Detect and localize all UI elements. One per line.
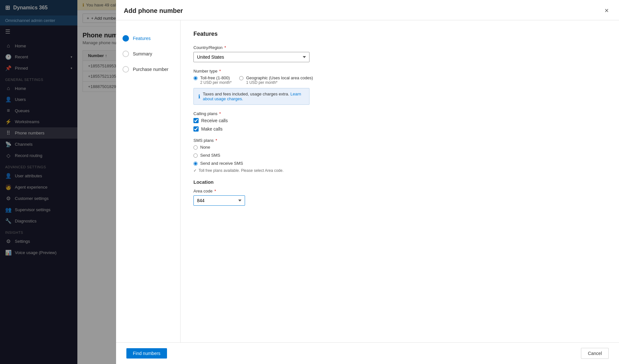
info-text: Taxes and fees included, usage charges e… (203, 92, 305, 101)
radio-toll-free[interactable]: Toll-free (1-800) 2 USD per month* (193, 75, 231, 85)
checkbox-receive-calls-input[interactable] (193, 118, 199, 123)
radio-send-receive-sms[interactable]: Send and receive SMS (193, 161, 606, 166)
add-phone-panel: Add phone number × Features Summary Purc… (116, 0, 619, 364)
radio-toll-free-label: Toll-free (1-800) 2 USD per month* (200, 75, 231, 85)
panel-title: Add phone number (124, 7, 183, 15)
country-region-field: Country/Region * United States Canada Un… (193, 45, 606, 62)
radio-none-input[interactable] (193, 145, 198, 150)
location-label: Location (193, 179, 606, 185)
radio-send-sms-input[interactable] (193, 153, 198, 158)
step-label-purchase: Purchase number (133, 67, 169, 72)
calling-plans-field: Calling plans * Receive calls Make calls (193, 111, 606, 132)
form-section-title: Features (193, 31, 606, 37)
radio-geographic[interactable]: Geographic (Uses local area codes) 1 USD… (239, 75, 313, 85)
step-label-features: Features (133, 36, 151, 41)
steps-column: Features Summary Purchase number (116, 20, 181, 342)
sms-plans-field: SMS plans * None Send SMS Send and recei… (193, 138, 606, 173)
number-type-label: Number type * (193, 69, 606, 74)
country-region-select[interactable]: United States Canada United Kingdom (193, 52, 310, 62)
number-type-radio-group: Toll-free (1-800) 2 USD per month* Geogr… (193, 75, 606, 85)
area-code-select[interactable]: 844 833 855 866 877 888 (193, 195, 245, 206)
checkbox-receive-calls[interactable]: Receive calls (193, 118, 606, 123)
panel-body: Features Summary Purchase number Feature… (116, 20, 619, 342)
step-circle-purchase (123, 66, 129, 73)
cancel-button[interactable]: Cancel (581, 348, 609, 359)
calling-plans-checkboxes: Receive calls Make calls (193, 118, 606, 132)
close-button[interactable]: × (602, 6, 611, 15)
step-label-summary: Summary (133, 51, 152, 56)
number-type-field: Number type * Toll-free (1-800) 2 USD pe… (193, 69, 606, 105)
radio-toll-free-input[interactable] (193, 76, 198, 80)
radio-geographic-label: Geographic (Uses local area codes) 1 USD… (246, 75, 313, 85)
none-label: None (200, 145, 210, 150)
send-receive-sms-label: Send and receive SMS (200, 161, 243, 166)
checkbox-make-calls-input[interactable] (193, 126, 199, 132)
usage-charges-link[interactable]: Learn about usage charges. (203, 92, 301, 101)
find-numbers-button[interactable]: Find numbers (126, 348, 167, 359)
location-field: Location Area code * 844 833 855 866 877… (193, 179, 606, 206)
radio-geographic-input[interactable] (239, 76, 243, 80)
step-summary[interactable]: Summary (116, 46, 180, 62)
sms-plans-label: SMS plans * (193, 138, 606, 143)
calling-plans-label: Calling plans * (193, 111, 606, 116)
area-code-label: Area code * (193, 189, 606, 193)
panel-header: Add phone number × (116, 0, 619, 20)
step-purchase-number[interactable]: Purchase number (116, 62, 180, 77)
radio-send-sms[interactable]: Send SMS (193, 153, 606, 158)
radio-none[interactable]: None (193, 145, 606, 150)
panel-footer: Find numbers Cancel (116, 342, 619, 364)
receive-calls-label: Receive calls (201, 118, 228, 123)
step-features[interactable]: Features (116, 31, 180, 46)
checkmark-icon: ✓ (193, 168, 197, 173)
toll-free-note-text: Toll free plans available. Please select… (199, 168, 284, 173)
radio-send-receive-sms-input[interactable] (193, 162, 198, 166)
info-icon: ℹ (198, 93, 200, 100)
send-sms-label: Send SMS (200, 153, 220, 158)
info-box: ℹ Taxes and fees included, usage charges… (193, 88, 310, 105)
checkbox-make-calls[interactable]: Make calls (193, 126, 606, 132)
step-circle-features (123, 35, 129, 42)
toll-free-note: ✓ Toll free plans available. Please sele… (193, 168, 606, 173)
step-circle-summary (123, 51, 129, 57)
form-content: Features Country/Region * United States … (181, 20, 619, 342)
country-region-label: Country/Region * (193, 45, 606, 50)
make-calls-label: Make calls (201, 126, 222, 132)
sms-radio-group: None Send SMS Send and receive SMS (193, 145, 606, 166)
